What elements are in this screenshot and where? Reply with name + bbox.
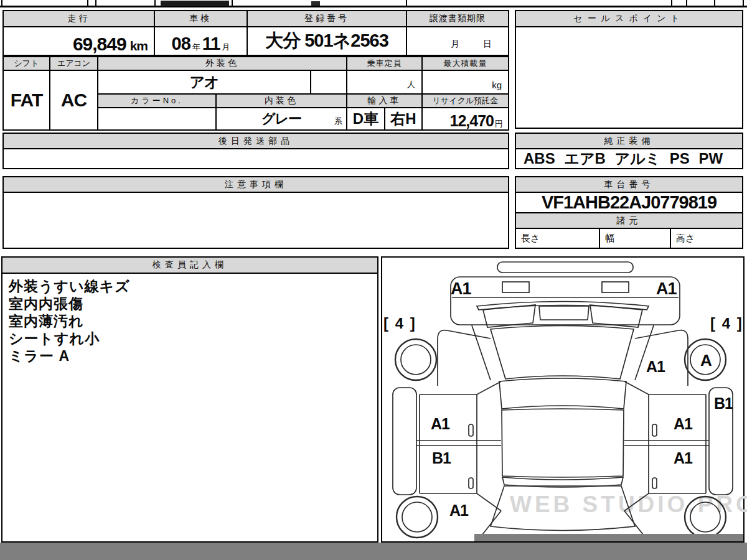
chassis-header: 車台番号 — [516, 177, 742, 193]
tire-label-front-left: [ 4 ] — [383, 316, 416, 331]
divider — [714, 0, 715, 6]
damage-label-right-side-top: B1 — [714, 396, 733, 411]
capacity-value: 人 — [347, 71, 423, 95]
notes-content — [4, 193, 508, 248]
shift-header: シフト — [4, 57, 50, 71]
equipment-panel: 純正装備 ABS エアB アルミ PS PW — [515, 133, 743, 169]
cropped-text-fragment — [311, 1, 320, 6]
capacity-header: 乗車定員 — [347, 57, 423, 71]
damage-label-front-bumper-left: A1 — [451, 281, 471, 297]
damage-label-right-front-wheel: A — [700, 352, 712, 368]
divider — [87, 0, 88, 6]
damage-label-left-rear-door: B1 — [432, 450, 451, 466]
spec-table: シフト FAT エアコン AC 外装色 乗車定員 最大積載量 アオ 人 kg カ… — [2, 56, 509, 131]
mileage-header: 走行 — [4, 11, 155, 27]
inspector-note: ミラー A — [9, 347, 371, 365]
shift-value: FAT — [4, 71, 50, 129]
inspector-notes-list: 外装うすい線キズ 室内内張傷 室内薄汚れ シートすれ小 ミラー A — [2, 276, 377, 540]
divider — [154, 0, 156, 6]
deadline-value: 月 日 — [407, 27, 508, 55]
recycle-header: リサイクル預託金 — [423, 95, 508, 108]
sales-point-content — [516, 27, 742, 128]
sales-point-header: セールスポイント — [516, 11, 742, 27]
inspector-note: 室内内張傷 — [9, 295, 371, 312]
aircon-value: AC — [50, 71, 98, 129]
sales-point-panel: セールスポイント — [515, 10, 743, 129]
dimension-width: 幅 — [600, 229, 671, 248]
import-header: 輸入車 — [347, 95, 423, 108]
inspection-header: 車検 — [155, 11, 248, 27]
top-info-table: 走行 車検 登録番号 譲渡書類期限 69,849 km 08 年 11 月 大分… — [2, 10, 509, 56]
notes-panel: 注意事項欄 — [2, 176, 509, 249]
exterior-color-extra-cell — [311, 71, 347, 95]
mileage-value: 69,849 km — [4, 27, 155, 55]
later-parts-header: 後日発送部品 — [4, 134, 508, 149]
dimensions-header: 諸元 — [516, 213, 742, 229]
divider — [743, 0, 744, 6]
interior-color-header: 内装色 — [217, 95, 347, 108]
max-load-value: kg — [423, 71, 508, 95]
registration-value: 大分 501ネ2563 — [248, 27, 407, 55]
damage-label-right-rear-door: A1 — [674, 450, 692, 466]
inspector-note: シートすれ小 — [9, 330, 371, 347]
import-value: D車 — [347, 108, 385, 129]
divider — [95, 0, 96, 6]
color-no-header: カラーNo. — [98, 95, 217, 108]
equipment-header: 純正装備 — [516, 134, 742, 149]
deadline-header: 譲渡書類期限 — [407, 11, 508, 27]
recycle-value: 12,470 円 — [423, 108, 508, 129]
damage-label-right-front-door: A1 — [674, 416, 692, 432]
divider — [406, 0, 407, 6]
max-load-header: 最大積載量 — [423, 57, 508, 71]
dimension-height: 高さ — [671, 229, 742, 248]
divider — [1, 0, 2, 6]
tire-label-front-right: [ 4 ] — [710, 316, 743, 331]
damage-label-right-front-fender: A1 — [646, 359, 665, 375]
cropped-text-fragment — [161, 1, 229, 6]
divider — [671, 0, 672, 6]
inspection-value: 08 年 11 月 — [155, 27, 248, 55]
damage-label-left-front-door: A1 — [431, 416, 449, 432]
exterior-color-header: 外装色 — [98, 57, 347, 71]
equipment-value: ABS エアB アルミ PS PW — [516, 149, 742, 168]
exterior-color-value: アオ — [98, 71, 311, 95]
damage-label-left-rear-fender: A1 — [449, 503, 468, 518]
cropped-top-row — [0, 0, 747, 7]
inspector-panel: 検査員記入欄 外装うすい線キズ 室内内張傷 室内薄汚れ シートすれ小 ミラー A — [1, 256, 378, 543]
chassis-value: VF1AHB22AJ0779819 — [516, 193, 742, 213]
interior-color-value: グレー 系 — [217, 108, 347, 129]
dimension-length: 長さ — [516, 229, 600, 248]
color-no-value — [98, 108, 217, 129]
notes-header: 注意事項欄 — [4, 177, 508, 193]
vehicle-inspection-sheet: 走行 車検 登録番号 譲渡書類期限 69,849 km 08 年 11 月 大分… — [0, 0, 747, 560]
chassis-panel: 車台番号 VF1AHB22AJ0779819 諸元 長さ 幅 高さ — [515, 176, 743, 249]
damage-diagram-panel: WEB STUDIO.PRO — [381, 256, 745, 543]
bottom-crop-band — [0, 543, 747, 560]
aircon-header: エアコン — [50, 57, 98, 71]
inspector-note: 外装うすい線キズ — [9, 278, 371, 295]
divider — [232, 0, 233, 6]
car-top-view-diagram — [382, 258, 743, 541]
divider — [686, 0, 687, 6]
later-parts-content — [4, 149, 508, 168]
damage-label-front-bumper-right: A1 — [656, 281, 677, 297]
inspector-note: 室内薄汚れ — [9, 312, 371, 330]
inspector-header: 検査員記入欄 — [2, 258, 377, 274]
registration-header: 登録番号 — [248, 11, 407, 27]
later-parts-panel: 後日発送部品 — [2, 133, 509, 169]
handle-value: 右H — [385, 108, 423, 129]
